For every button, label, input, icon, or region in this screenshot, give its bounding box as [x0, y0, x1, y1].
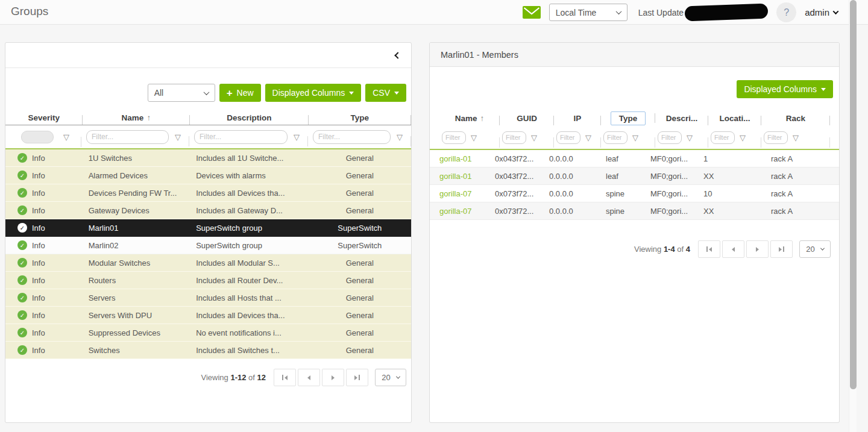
type-filter-input[interactable]	[313, 130, 391, 144]
rack-filter-input[interactable]	[764, 131, 788, 144]
displayed-columns-button[interactable]: Displayed Columns	[265, 84, 362, 102]
column-header-ip[interactable]: IP	[554, 114, 601, 123]
group-row[interactable]: ✓ Info Marlin02 SuperSwitch group SuperS…	[5, 237, 411, 254]
filter-funnel-icon[interactable]: ▽	[740, 133, 746, 142]
last-update-label: Last Update	[638, 8, 684, 17]
column-header-type[interactable]: Type	[601, 111, 655, 125]
member-row[interactable]: gorilla-01 0x043f72... 0.0.0.0 leaf MF0;…	[430, 150, 839, 167]
group-row[interactable]: ✓ Info Servers With DPU Includes all Dev…	[5, 307, 411, 324]
ip-filter-input[interactable]	[556, 131, 580, 144]
members-panel-header: Marlin01 - Members	[430, 43, 839, 67]
group-row[interactable]: ✓ Info Modular Switches Includes all Mod…	[5, 254, 411, 272]
location-filter-input[interactable]	[711, 131, 735, 144]
groups-table-header-row: Severity Name↑ Description Type	[5, 110, 411, 125]
filter-funnel-icon[interactable]: ▽	[471, 133, 477, 142]
sort-asc-icon: ↑	[146, 113, 151, 122]
severity-cell: ✓ Info	[5, 328, 83, 337]
severity-label: Info	[32, 311, 45, 320]
group-row[interactable]: ✓ Info Routers Includes all Router Dev..…	[5, 272, 411, 289]
column-header-severity[interactable]: Severity	[5, 113, 83, 122]
next-page-button[interactable]	[746, 240, 769, 258]
group-row[interactable]: ✓ Info Alarmed Devices Devices with alar…	[5, 167, 411, 184]
collapse-panel-icon[interactable]	[395, 51, 400, 60]
group-scope-select[interactable]: All	[148, 84, 215, 102]
member-row[interactable]: gorilla-07 0x073f72... 0.0.0.0 spine MF0…	[430, 202, 839, 220]
new-group-button[interactable]: + New	[219, 84, 261, 102]
group-description-cell: Includes all 1U Switche...	[190, 154, 308, 163]
group-row[interactable]: ✓ Info Servers Includes all Hosts that .…	[5, 289, 411, 307]
column-header-description[interactable]: Descri...	[655, 114, 708, 123]
mail-icon[interactable]	[523, 6, 541, 19]
filter-funnel-icon[interactable]: ▽	[63, 133, 69, 142]
last-page-button[interactable]	[770, 240, 793, 258]
column-header-name[interactable]: Name↑	[439, 114, 500, 123]
first-page-button[interactable]	[274, 369, 296, 386]
column-header-type[interactable]: Type	[309, 113, 412, 122]
column-header-rack[interactable]: Rack	[761, 114, 830, 123]
group-row[interactable]: ✓ Info Devices Pending FW Tr... Includes…	[5, 184, 411, 202]
member-name-link[interactable]: gorilla-07	[430, 189, 490, 198]
severity-filter-select[interactable]	[21, 131, 54, 143]
page-size-select[interactable]: 20	[375, 369, 406, 386]
scrollbar-thumb[interactable]	[850, 0, 857, 389]
prev-page-button[interactable]	[298, 369, 320, 386]
group-row[interactable]: ✓ Info 1U Switches Includes all 1U Switc…	[5, 149, 411, 167]
plus-icon: +	[227, 88, 233, 98]
group-row[interactable]: ✓ Info Gateway Devices Includes all Gate…	[5, 202, 411, 219]
vertical-scrollbar[interactable]	[849, 0, 857, 432]
member-row[interactable]: gorilla-07 0x073f72... 0.0.0.0 spine MF0…	[430, 185, 839, 202]
member-guid-cell: 0x043f72...	[490, 172, 544, 181]
filter-funnel-icon[interactable]: ▽	[175, 133, 181, 142]
first-page-button[interactable]	[698, 240, 720, 258]
group-description-cell: Includes all Router Dev...	[190, 276, 308, 285]
severity-info-icon: ✓	[17, 153, 27, 163]
group-row[interactable]: ✓ Info Suppressed Devices No event notif…	[5, 324, 411, 342]
guid-filter-input[interactable]	[502, 131, 526, 144]
column-header-location[interactable]: Locati...	[708, 114, 761, 123]
description-filter-cell: ▽	[655, 131, 708, 144]
member-type-cell: spine	[591, 207, 646, 216]
description-filter-input[interactable]	[194, 130, 288, 144]
severity-info-icon: ✓	[17, 223, 27, 233]
user-menu[interactable]: admin	[805, 7, 838, 17]
type-filter-input[interactable]	[603, 131, 627, 144]
column-header-name[interactable]: Name↑	[83, 113, 190, 122]
member-name-link[interactable]: gorilla-01	[430, 154, 490, 163]
filter-funnel-icon[interactable]: ▽	[585, 133, 591, 142]
severity-cell: ✓ Info	[5, 258, 83, 268]
group-row[interactable]: ✓ Info Switches Includes all Switches t.…	[5, 342, 411, 359]
last-page-button[interactable]	[346, 369, 368, 386]
description-filter-input[interactable]	[658, 131, 682, 144]
filter-funnel-icon[interactable]: ▽	[531, 133, 537, 142]
member-rack-cell: rack A	[752, 189, 820, 198]
group-name-cell: Servers	[83, 293, 190, 302]
rack-filter-cell: ▽	[761, 131, 830, 144]
displayed-columns-button[interactable]: Displayed Columns	[737, 80, 833, 98]
help-icon[interactable]: ?	[776, 2, 796, 22]
member-location-cell: 10	[699, 189, 752, 198]
prev-page-button[interactable]	[722, 240, 744, 258]
name-filter-input[interactable]	[86, 130, 169, 144]
members-filter-row: ▽ ▽ ▽ ▽ ▽ ▽ ▽	[430, 126, 839, 149]
timezone-select[interactable]: Local Time	[549, 4, 627, 21]
top-bar: Groups Local Time Last Update ? admin	[0, 0, 868, 25]
severity-label: Info	[32, 241, 45, 250]
group-row[interactable]: ✓ Info Marlin01 SuperSwitch group SuperS…	[5, 219, 411, 237]
group-type-cell: General	[309, 346, 411, 355]
group-type-cell: General	[309, 276, 411, 285]
filter-funnel-icon[interactable]: ▽	[793, 133, 799, 142]
member-row[interactable]: gorilla-01 0x043f72... 0.0.0.0 leaf MF0;…	[430, 167, 839, 185]
csv-export-button[interactable]: CSV	[365, 84, 406, 102]
page-size-select[interactable]: 20	[799, 240, 831, 258]
name-filter-input[interactable]	[442, 131, 466, 144]
filter-funnel-icon[interactable]: ▽	[632, 133, 638, 142]
filter-funnel-icon[interactable]: ▽	[687, 133, 693, 142]
filter-funnel-icon[interactable]: ▽	[294, 133, 300, 142]
column-header-guid[interactable]: GUID	[500, 114, 554, 123]
filter-funnel-icon[interactable]: ▽	[397, 133, 403, 142]
next-page-button[interactable]	[322, 369, 344, 386]
member-name-link[interactable]: gorilla-01	[430, 172, 490, 181]
column-header-description[interactable]: Description	[190, 113, 308, 122]
severity-cell: ✓ Info	[5, 188, 83, 198]
member-name-link[interactable]: gorilla-07	[430, 207, 490, 216]
